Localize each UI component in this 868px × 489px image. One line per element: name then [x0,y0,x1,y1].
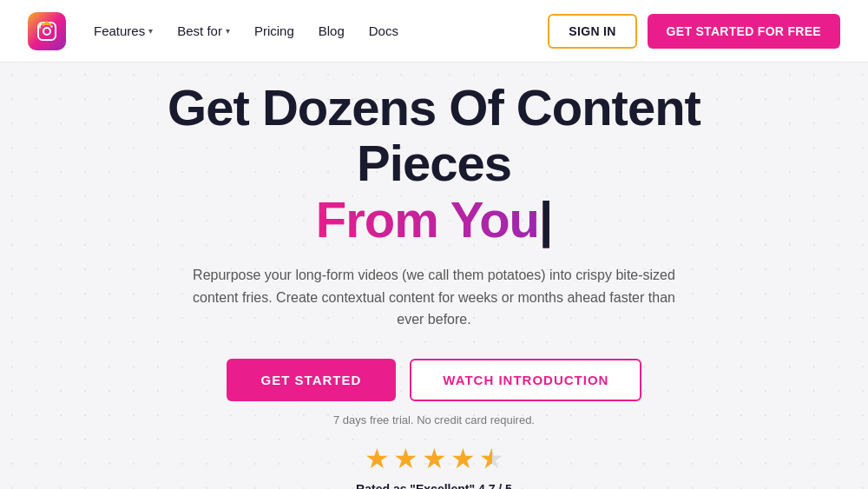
nav-item-docs[interactable]: Docs [369,23,398,38]
star-5-half: ★ ★ [479,442,504,475]
nav-links: Features ▾ Best for ▾ Pricing Blog [94,23,398,38]
star-4: ★ [450,442,476,475]
navbar: Features ▾ Best for ▾ Pricing Blog [0,0,868,63]
hero-title-line2-wrap: From You| [95,191,773,249]
logo-svg [36,21,57,42]
nav-link-pricing[interactable]: Pricing [254,23,294,38]
hero-title-line1: Get Dozens Of Content Pieces [95,80,773,191]
svg-point-1 [43,28,50,35]
star-1: ★ [365,442,390,475]
nav-item-blog[interactable]: Blog [319,23,345,38]
hero-section: Get Dozens Of Content Pieces From You| R… [0,63,868,489]
get-started-nav-button[interactable]: GET STARTED FOR FREE [648,14,840,49]
star-2: ★ [393,442,418,475]
nav-left: Features ▾ Best for ▾ Pricing Blog [28,12,398,50]
logo-icon [28,12,66,50]
nav-item-features[interactable]: Features ▾ [94,23,153,38]
hero-content: Get Dozens Of Content Pieces From You| R… [95,80,773,489]
hero-cursor: | [539,191,552,249]
rating-text: Rated as "Excellent" 4.7 / 5 [95,482,773,489]
stars-row: ★ ★ ★ ★ ★ ★ [95,442,773,475]
nav-item-bestfor[interactable]: Best for ▾ [177,23,230,38]
nav-right: SIGN IN GET STARTED FOR FREE [548,14,840,49]
chevron-down-icon: ▾ [226,26,230,36]
nav-link-blog[interactable]: Blog [319,23,345,38]
signin-button[interactable]: SIGN IN [548,14,636,49]
hero-title: Get Dozens Of Content Pieces From You| [95,80,773,248]
nav-item-pricing[interactable]: Pricing [254,23,294,38]
logo[interactable] [28,12,66,50]
nav-link-bestfor[interactable]: Best for ▾ [177,23,230,38]
star-3: ★ [422,442,447,475]
hero-cta-row: GET STARTED WATCH INTRODUCTION [95,359,773,401]
nav-link-docs[interactable]: Docs [369,23,398,38]
trial-text: 7 days free trial. No credit card requir… [95,413,773,426]
get-started-button[interactable]: GET STARTED [227,359,397,401]
hero-title-line2: From You [316,191,539,249]
nav-link-features[interactable]: Features ▾ [94,23,153,38]
watch-introduction-button[interactable]: WATCH INTRODUCTION [410,359,641,401]
chevron-down-icon: ▾ [148,26,153,36]
hero-description: Repurpose your long-form videos (we call… [182,264,686,331]
svg-point-2 [50,25,52,27]
